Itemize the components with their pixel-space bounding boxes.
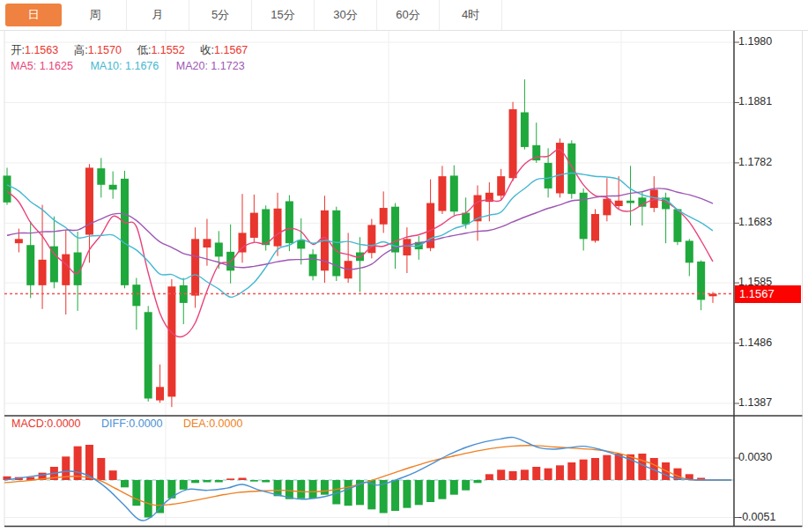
- macd-legend: MACD:0.0000 DIFF:0.0000 DEA:0.0000: [11, 417, 242, 430]
- tab-week[interactable]: 周: [64, 0, 127, 30]
- kline-chart-app: 日 周 月 5分 15分 30分 60分 4时 开:1.1563 高:1.157…: [0, 0, 808, 532]
- tab-15min[interactable]: 15分: [252, 0, 315, 30]
- tab-month[interactable]: 月: [127, 0, 189, 30]
- macd-bar: [180, 480, 188, 490]
- low-label: 低:: [137, 44, 151, 56]
- macd-bar: [391, 480, 399, 511]
- ma5-legend: MA5: 1.1625: [11, 60, 73, 72]
- candle: [50, 247, 58, 283]
- candle: [274, 209, 282, 247]
- y-axis-label: 1.1782: [738, 156, 802, 168]
- candle: [673, 209, 681, 241]
- candlestick-series: [4, 79, 717, 407]
- candle: [497, 176, 505, 196]
- candle: [638, 197, 646, 206]
- candle: [167, 286, 175, 396]
- candle: [626, 201, 634, 203]
- candle: [686, 240, 693, 262]
- high-value: 1.1570: [88, 44, 122, 56]
- candle: [145, 312, 152, 398]
- candle: [39, 260, 47, 285]
- close-label: 收:: [200, 44, 214, 56]
- candle: [203, 239, 211, 248]
- last-price-tag: 1.1567: [735, 285, 801, 303]
- candle: [591, 214, 599, 240]
- macd-bar: [74, 447, 82, 480]
- candle: [4, 175, 11, 202]
- macd-histogram: [4, 445, 706, 518]
- macd-bar: [239, 478, 247, 481]
- candle: [403, 239, 411, 255]
- candle: [450, 175, 458, 211]
- candle: [603, 199, 611, 216]
- open-value: 1.1563: [25, 44, 58, 56]
- macd-bar: [438, 480, 446, 499]
- candle: [309, 255, 317, 277]
- y-axis-label: 0.0030: [738, 451, 802, 463]
- tab-4hour[interactable]: 4时: [440, 0, 502, 30]
- tab-day[interactable]: 日: [5, 4, 62, 26]
- macd-bar: [603, 455, 611, 480]
- macd-bar: [567, 462, 575, 480]
- tab-60min[interactable]: 60分: [377, 0, 440, 30]
- ohlc-legend: 开:1.1563 高:1.1570 低:1.1552 收:1.1567: [11, 43, 260, 58]
- macd-bar: [426, 480, 434, 502]
- macd-bar: [297, 480, 305, 499]
- macd-bar: [532, 467, 540, 480]
- candle: [262, 209, 270, 245]
- macd-bar: [580, 460, 588, 480]
- tab-30min[interactable]: 30分: [315, 0, 377, 30]
- y-axis-label: 1.1387: [738, 396, 802, 409]
- y-axis-label: 1.1486: [738, 336, 802, 349]
- macd-bar: [109, 470, 117, 480]
- low-value: 1.1552: [151, 44, 184, 56]
- candle: [239, 233, 247, 252]
- candle: [121, 179, 129, 285]
- macd-bar: [591, 458, 599, 480]
- tab-5min[interactable]: 5分: [189, 0, 252, 30]
- y-axis-label: 1.1881: [738, 95, 802, 107]
- macd-bar: [638, 454, 646, 480]
- open-label: 开:: [11, 44, 25, 56]
- macd-bar: [521, 469, 529, 480]
- macd-bar: [121, 480, 129, 487]
- macd-bar: [321, 480, 329, 495]
- candle: [650, 189, 658, 208]
- close-value: 1.1567: [214, 44, 248, 56]
- macd-bar: [132, 480, 140, 506]
- macd-bar: [509, 471, 517, 480]
- macd-bar: [250, 480, 258, 482]
- macd-bar: [345, 480, 352, 506]
- macd-bar: [486, 474, 493, 480]
- macd-bar: [415, 480, 423, 505]
- candle: [191, 239, 199, 295]
- candle: [545, 163, 552, 188]
- macd-bar: [556, 465, 564, 480]
- candle: [215, 242, 223, 256]
- candle: [567, 144, 575, 194]
- macd-bar: [191, 480, 199, 483]
- candle: [62, 255, 70, 285]
- macd-bar: [215, 480, 223, 483]
- y-axis-label: 1.1980: [738, 35, 802, 48]
- y-axis-label: -0.0051: [738, 511, 802, 523]
- candle: [285, 201, 293, 243]
- ma-legend: MA5: 1.1625 MA10: 1.1676 MA20: 1.1723: [11, 60, 245, 72]
- chart-canvas[interactable]: [0, 0, 808, 532]
- macd-bar: [615, 454, 623, 480]
- candle: [380, 208, 388, 225]
- macd-bar: [285, 480, 293, 499]
- macd-bar: [474, 480, 482, 483]
- high-label: 高:: [74, 44, 88, 56]
- macd-value-legend: MACD:0.0000: [11, 417, 81, 430]
- diff-value-legend: DIFF:0.0000: [101, 417, 162, 430]
- candle: [509, 109, 517, 178]
- candle: [297, 240, 305, 249]
- dea-value-legend: DEA:0.0000: [183, 417, 242, 430]
- macd-bar: [545, 469, 552, 480]
- candle: [521, 113, 529, 147]
- macd-bar: [145, 480, 152, 518]
- macd-bar: [309, 480, 317, 499]
- candle: [438, 176, 446, 211]
- interval-tabbar: 日 周 月 5分 15分 30分 60分 4时: [0, 0, 808, 31]
